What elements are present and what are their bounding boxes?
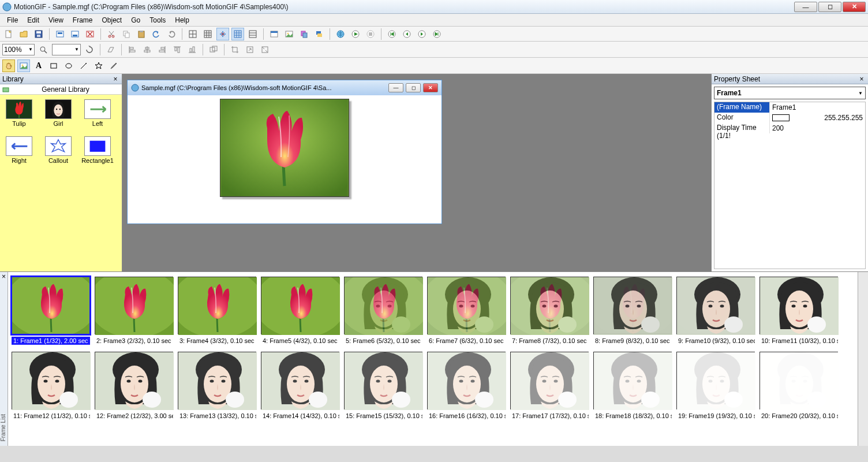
frame-thumbnail[interactable]: 10: Frame11 (10/32), 0.10 se — [760, 277, 838, 345]
frame-thumbnail[interactable]: 11: Frame12 (11/32), 0.10 se — [12, 352, 90, 420]
doc-close-button[interactable]: ✕ — [423, 83, 438, 92]
stop-icon[interactable] — [364, 28, 377, 40]
frame-thumbnail[interactable]: 18: Frame18 (18/32), 0.10 se — [593, 352, 672, 420]
save-icon[interactable] — [32, 28, 45, 40]
preview2-icon[interactable] — [69, 28, 81, 40]
canvas[interactable] — [128, 95, 442, 223]
color-combo[interactable]: ▼ — [52, 44, 81, 55]
text-tool-icon[interactable]: A — [32, 59, 45, 72]
copy-frames-icon[interactable] — [298, 28, 310, 40]
menu-object[interactable]: Object — [98, 15, 127, 25]
undo-icon[interactable] — [150, 28, 163, 40]
frame-thumbnail[interactable]: 15: Frame15 (15/32), 0.10 se — [344, 352, 422, 420]
layers-icon[interactable] — [313, 28, 326, 40]
property-sheet-close-icon[interactable]: × — [858, 75, 866, 83]
maximize-button[interactable]: ◻ — [818, 2, 841, 12]
frame-thumbnail[interactable]: 6: Frame7 (6/32), 0.10 sec — [427, 277, 506, 345]
group-icon[interactable] — [207, 43, 220, 56]
library-item-tulip[interactable]: Tulip — [5, 99, 33, 127]
next-frame-icon[interactable] — [416, 28, 428, 40]
frame-strip[interactable]: 1: Frame1 (1/32), 2.00 sec2: Frame3 (2/3… — [8, 272, 858, 446]
frame-thumbnail[interactable]: 16: Frame16 (16/32), 0.10 se — [427, 352, 506, 420]
library-item-left[interactable]: Left — [83, 99, 112, 127]
fit-icon[interactable] — [259, 43, 271, 56]
last-frame-icon[interactable] — [431, 28, 443, 40]
list-view-icon[interactable] — [246, 28, 259, 40]
frame-thumbnail[interactable]: 8: Frame9 (8/32), 0.10 sec — [593, 277, 672, 345]
new-file-icon[interactable] — [2, 28, 15, 40]
align-top-icon[interactable] — [171, 43, 184, 56]
minimize-button[interactable]: — — [794, 2, 817, 12]
paste-icon[interactable] — [135, 28, 148, 40]
grid4-icon[interactable] — [186, 28, 199, 40]
frame-thumbnail[interactable]: 1: Frame1 (1/32), 2.00 sec — [12, 277, 90, 345]
property-row[interactable]: Color255.255.255 — [714, 113, 865, 123]
align-center-icon[interactable] — [141, 43, 154, 56]
frame-thumbnail[interactable]: 3: Frame4 (3/32), 0.10 sec — [178, 277, 256, 345]
preview3-icon[interactable] — [84, 28, 96, 40]
tool-cross-icon[interactable] — [216, 28, 229, 40]
cut-icon[interactable] — [105, 28, 118, 40]
library-item-rectangle1[interactable]: Rectangle1 — [83, 136, 112, 164]
document-window[interactable]: Sample.mgf (C:\Program Files (x86)\Wisdo… — [127, 80, 442, 224]
rect-tool-icon[interactable] — [47, 59, 60, 72]
property-value[interactable]: 255.255.255 — [770, 113, 865, 123]
brush-tool-icon[interactable] — [107, 59, 120, 72]
frame-thumbnail[interactable]: 14: Frame14 (14/32), 0.10 se — [261, 352, 339, 420]
options-icon[interactable] — [268, 28, 280, 40]
property-row[interactable]: Display Time (1/1!200 — [714, 123, 865, 133]
picture-tool-icon[interactable] — [17, 59, 30, 72]
doc-maximize-button[interactable]: ◻ — [406, 83, 421, 92]
frame-thumbnail[interactable]: 20: Frame20 (20/32), 0.10 se — [760, 352, 838, 420]
grid9-icon[interactable] — [201, 28, 214, 40]
menu-help[interactable]: Help — [170, 15, 194, 25]
doc-minimize-button[interactable]: — — [388, 83, 403, 92]
first-frame-icon[interactable] — [386, 28, 398, 40]
preview-icon[interactable] — [54, 28, 66, 40]
refresh-icon[interactable] — [83, 43, 96, 56]
open-file-icon[interactable] — [17, 28, 30, 40]
zoom-combo[interactable]: 100%▼ — [2, 44, 35, 55]
frame-thumbnail[interactable]: 5: Frame6 (5/32), 0.10 sec — [344, 277, 422, 345]
magnify-icon[interactable] — [37, 43, 50, 56]
frame-thumbnail[interactable]: 4: Frame5 (4/32), 0.10 sec — [261, 277, 339, 345]
close-button[interactable]: ✕ — [843, 2, 866, 12]
ellipse-tool-icon[interactable] — [62, 59, 75, 72]
canvas-frame[interactable] — [220, 99, 349, 197]
property-value[interactable]: 200 — [770, 123, 865, 133]
property-selector[interactable]: Frame1 ▼ — [714, 87, 866, 99]
align-right-icon[interactable] — [156, 43, 169, 56]
frame-thumbnail[interactable]: 7: Frame8 (7/32), 0.10 sec — [510, 277, 589, 345]
menu-view[interactable]: View — [44, 15, 68, 25]
align-left-icon[interactable] — [126, 43, 139, 56]
frame-thumbnail[interactable]: 12: Frame2 (12/32), 3.00 sec — [95, 352, 173, 420]
frame-list-close-icon[interactable]: × — [2, 273, 6, 281]
library-item-callout[interactable]: Callout — [44, 136, 73, 164]
menu-go[interactable]: Go — [126, 15, 145, 25]
library-item-right[interactable]: Right — [5, 136, 33, 164]
frame-thumbnail[interactable]: 2: Frame3 (2/32), 0.10 sec — [95, 277, 173, 345]
resize-icon[interactable] — [244, 43, 256, 56]
library-close-icon[interactable]: × — [111, 75, 119, 83]
grid-blue-icon[interactable] — [231, 28, 244, 40]
globe-icon[interactable] — [334, 28, 347, 40]
frame-thumbnail[interactable]: 17: Frame17 (17/32), 0.10 se — [510, 352, 589, 420]
menu-tools[interactable]: Tools — [145, 15, 170, 25]
menu-edit[interactable]: Edit — [23, 15, 44, 25]
prev-frame-icon[interactable] — [401, 28, 413, 40]
align-bottom-icon[interactable] — [186, 43, 199, 56]
frame-thumbnail[interactable]: 13: Frame13 (13/32), 0.10 se — [178, 352, 256, 420]
crop-icon[interactable] — [229, 43, 241, 56]
menu-frame[interactable]: Frame — [68, 15, 98, 25]
line-tool-icon[interactable] — [77, 59, 90, 72]
frame-strip-scrollbar[interactable] — [858, 272, 868, 446]
property-row[interactable]: (Frame Name)Frame1 — [714, 102, 865, 113]
frame-thumbnail[interactable]: 19: Frame19 (19/32), 0.10 se — [676, 352, 755, 420]
skew-icon[interactable] — [104, 43, 117, 56]
image-icon[interactable] — [283, 28, 295, 40]
menu-file[interactable]: File — [2, 15, 23, 25]
play-icon[interactable] — [349, 28, 362, 40]
library-item-girl[interactable]: Girl — [44, 99, 73, 127]
frame-thumbnail[interactable]: 9: Frame10 (9/32), 0.10 sec — [676, 277, 755, 345]
hand-tool-icon[interactable] — [2, 59, 15, 72]
